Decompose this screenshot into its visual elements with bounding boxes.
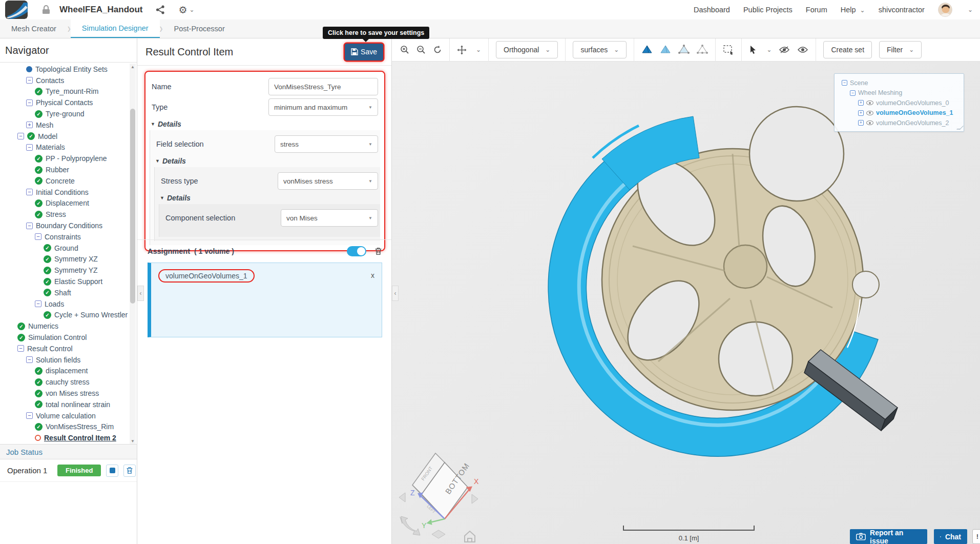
expand-icon[interactable]: + — [26, 122, 33, 128]
save-button[interactable]: Save — [345, 44, 383, 61]
navigator-scrollbar[interactable]: ▲ ▼ — [130, 64, 136, 444]
select-nodes-icon[interactable] — [697, 45, 708, 55]
tree-item[interactable]: ✓Cycle + Sumo Wrestler — [0, 310, 128, 321]
app-logo[interactable] — [5, 1, 28, 19]
tree-item[interactable]: −Volume calculation — [0, 410, 128, 421]
collapse-icon[interactable]: − — [26, 144, 33, 151]
3d-canvas[interactable]: BOTTOM FRONT LEFT X Z Y −Scene−Wheel Mes… — [392, 62, 980, 544]
zoom-out-icon[interactable] — [416, 45, 426, 54]
scroll-up-icon[interactable]: ▲ — [130, 64, 136, 70]
collapse-icon[interactable]: − — [26, 99, 33, 106]
field-selection-select[interactable]: stress▼ — [275, 135, 378, 153]
hide-selection-icon[interactable] — [779, 46, 790, 54]
nav-cube[interactable]: BOTTOM FRONT LEFT X Z Y — [399, 453, 479, 542]
tree-item[interactable]: ✓Numerics — [0, 320, 128, 332]
collapse-icon[interactable]: − — [26, 77, 33, 84]
render-mode-button[interactable]: surfaces⌄ — [573, 41, 627, 58]
collapse-icon[interactable]: − — [35, 300, 41, 307]
assignment-box[interactable]: volumeOnGeoVolumes_1 x — [148, 263, 382, 337]
collapse-viewport-handle[interactable]: ‹ — [392, 286, 399, 301]
clear-assignment-button[interactable] — [374, 247, 382, 255]
refresh-view-icon[interactable] — [433, 45, 442, 54]
username[interactable]: shivcontractor — [879, 6, 925, 14]
assigned-volume-chip[interactable]: volumeOnGeoVolumes_1 — [158, 269, 255, 283]
tree-item[interactable]: ✓Simulation Control — [0, 332, 128, 343]
tree-item[interactable]: −Physical Contacts — [0, 97, 128, 108]
tree-item[interactable]: −Boundary Conditions — [0, 220, 128, 231]
tree-item[interactable]: −Result Control — [0, 343, 128, 354]
tree-item[interactable]: ✓total nonlinear strain — [0, 399, 128, 410]
tab-mesh-creator[interactable]: Mesh Creator — [0, 19, 68, 38]
tree-item[interactable]: ✓von Mises stress — [0, 388, 128, 399]
tree-item[interactable]: ✓Shaft — [0, 287, 128, 298]
tab-simulation-designer[interactable]: Simulation Designer — [71, 19, 160, 38]
select-volumes-icon[interactable] — [641, 45, 653, 55]
scene-item[interactable]: +volumeOnGeoVolumes_1 — [835, 108, 964, 118]
tree-item[interactable]: −✓Model — [0, 131, 128, 142]
chat-button[interactable]: Chat — [934, 529, 967, 544]
pan-chevron-icon[interactable]: ⌄ — [476, 46, 481, 53]
nav-help[interactable]: Help ⌄ — [841, 6, 865, 14]
create-set-button[interactable]: Create set — [823, 41, 872, 58]
collapse-icon[interactable]: − — [26, 223, 33, 229]
collapse-icon[interactable]: − — [17, 133, 24, 139]
settings-chevron-icon[interactable]: ⌄ — [190, 6, 195, 13]
nav-public-projects[interactable]: Public Projects — [743, 6, 793, 14]
tree-item[interactable]: ✓VonMisesStress_Rim — [0, 421, 128, 433]
scene-item[interactable]: −Scene — [835, 78, 964, 88]
avatar[interactable] — [938, 3, 952, 17]
type-select[interactable]: minimum and maximum▼ — [268, 98, 378, 116]
tree-item[interactable]: ✓Elastic Support — [0, 276, 128, 287]
zoom-in-icon[interactable] — [400, 45, 409, 54]
tree-item[interactable]: +Mesh — [0, 119, 128, 131]
expand-icon[interactable]: + — [858, 100, 864, 106]
name-input[interactable] — [268, 78, 378, 95]
eye-icon[interactable] — [866, 100, 873, 105]
tree-item[interactable]: −Initial Conditions — [0, 187, 128, 198]
projection-mode-button[interactable]: Orthogonal⌄ — [496, 41, 558, 58]
pan-move-icon[interactable] — [457, 45, 467, 55]
cursor-select-icon[interactable] — [749, 45, 757, 54]
scrollbar-thumb[interactable] — [130, 109, 135, 304]
scroll-down-icon[interactable]: ▼ — [130, 438, 136, 444]
collapse-icon[interactable]: − — [17, 345, 24, 352]
user-menu-chevron-icon[interactable]: ⌄ — [968, 6, 973, 13]
assignment-toggle[interactable] — [347, 246, 366, 256]
details-header-1[interactable]: ▼ Details — [151, 120, 379, 128]
tree-item[interactable]: ✓Rubber — [0, 164, 128, 175]
filter-button[interactable]: Filter⌄ — [879, 41, 922, 58]
expand-icon[interactable]: + — [858, 120, 864, 126]
details-header-2[interactable]: ▼ Details — [155, 157, 379, 165]
select-faces-icon[interactable] — [660, 45, 671, 55]
delete-job-button[interactable] — [123, 465, 136, 477]
tree-item[interactable]: −Materials — [0, 142, 128, 153]
select-edges-icon[interactable] — [678, 45, 690, 55]
tree-item[interactable]: ✓PP - Polypropylene — [0, 153, 128, 164]
tree-item[interactable]: −Solution fields — [0, 354, 128, 366]
collapse-icon[interactable]: − — [26, 356, 33, 363]
tree-item[interactable]: −Contacts — [0, 75, 128, 86]
expand-icon[interactable]: + — [858, 110, 864, 116]
details-header-3[interactable]: ▼ Details — [160, 194, 379, 202]
tree-item[interactable]: ✓Displacement — [0, 198, 128, 209]
alert-button[interactable]: ! — [972, 529, 980, 544]
tree-item[interactable]: ✓Ground — [0, 243, 128, 254]
box-select-icon[interactable] — [723, 45, 734, 55]
stress-type-select[interactable]: vonMises stress▼ — [278, 172, 378, 190]
scene-item[interactable]: −Wheel Meshing — [835, 88, 964, 98]
cursor-chevron-icon[interactable]: ⌄ — [766, 46, 772, 53]
tree-item[interactable]: ✓Tyre-ground — [0, 108, 128, 119]
stop-job-button[interactable] — [106, 465, 118, 477]
remove-assignment-icon[interactable]: x — [371, 269, 374, 279]
tree-item[interactable]: ✓Stress — [0, 209, 128, 220]
scene-item[interactable]: +volumeOnGeoVolumes_0 — [835, 98, 964, 108]
tree-item[interactable]: −Loads — [0, 298, 128, 310]
tree-item[interactable]: −Constraints — [0, 231, 128, 243]
collapse-icon[interactable]: − — [26, 189, 33, 195]
report-issue-button[interactable]: Report an issue — [850, 529, 927, 544]
eye-icon[interactable] — [866, 120, 873, 125]
job-status-header[interactable]: Job Status — [0, 444, 137, 459]
tree-item[interactable]: ✓displacement — [0, 366, 128, 377]
show-hidden-icon[interactable] — [797, 46, 808, 54]
nav-forum[interactable]: Forum — [806, 6, 827, 14]
